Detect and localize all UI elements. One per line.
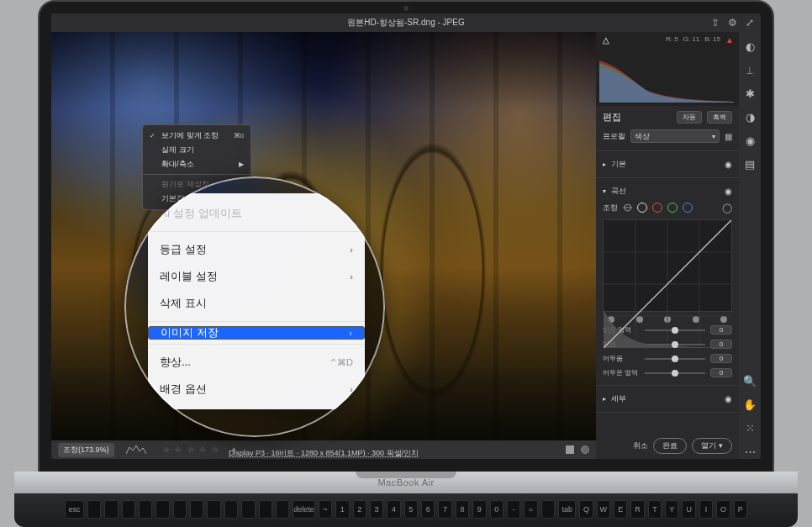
- menu-item: AI 설정 업데이트›: [148, 200, 365, 227]
- edit-tool-icon[interactable]: ◐: [742, 39, 757, 54]
- menu-actual-size[interactable]: 실제 크기: [143, 143, 250, 157]
- key: 5: [404, 500, 418, 519]
- key: T: [648, 500, 662, 519]
- chevron-right-icon: ›: [349, 328, 352, 338]
- key: [207, 500, 220, 519]
- menu-item[interactable]: 향상...⌃⌘D: [148, 349, 365, 376]
- magnifier-callout: AI 설정 업데이트›등급 설정›레이블 설정›삭제 표시이미지 저장›향상..…: [124, 177, 385, 437]
- menu-label: 배경 옵션: [160, 382, 207, 397]
- heal-tool-icon[interactable]: ✱: [742, 86, 757, 101]
- channel-red[interactable]: [652, 203, 662, 213]
- histo-b: B: 15: [704, 35, 720, 43]
- point-curve-icon[interactable]: ◯: [722, 203, 732, 213]
- grid-icon[interactable]: ▦: [725, 132, 732, 141]
- histogram-graph: [599, 56, 734, 103]
- menu-separator: [148, 231, 365, 232]
- context-menu-large[interactable]: AI 설정 업데이트›등급 설정›레이블 설정›삭제 표시이미지 저장›향상..…: [148, 193, 365, 409]
- menu-label: 레이블 설정: [160, 269, 218, 284]
- rating-stars[interactable]: ☆ ☆ ☆ ☆ ☆: [163, 445, 220, 454]
- menu-item[interactable]: 삭제 표시: [148, 290, 365, 317]
- menu-separator: [148, 321, 365, 322]
- profile-select[interactable]: 색상 ▾: [630, 129, 720, 143]
- curve-toggle[interactable]: ▾ 곡선 ◉: [603, 183, 732, 199]
- key: 2: [353, 500, 366, 519]
- gear-icon[interactable]: ⚙: [728, 17, 737, 29]
- slider-row: 어두움 0: [603, 351, 732, 366]
- slider-track[interactable]: [645, 329, 705, 331]
- eye-icon[interactable]: ◉: [725, 187, 732, 196]
- zoom-tool-icon[interactable]: 🔍: [742, 373, 757, 388]
- auto-button[interactable]: 자동: [677, 111, 702, 124]
- open-button[interactable]: 열기 ▾: [692, 438, 732, 454]
- slider-thumb[interactable]: [672, 356, 678, 362]
- menu-label: 등급 설정: [160, 242, 207, 257]
- channel-luma-icon[interactable]: ⦵: [623, 202, 632, 213]
- menu-item[interactable]: 레이블 설정›: [148, 263, 365, 290]
- key: 7: [438, 500, 451, 519]
- detail-section: ▸ 세부 ◉: [596, 386, 739, 413]
- hand-tool-icon[interactable]: ✋: [742, 397, 757, 412]
- clip-shadow-icon[interactable]: △: [603, 35, 609, 45]
- slider-value[interactable]: 0: [710, 354, 732, 363]
- eye-icon[interactable]: ◉: [725, 394, 732, 403]
- key: Y: [665, 500, 678, 519]
- menu-item[interactable]: 이미지 저장›: [148, 326, 365, 340]
- bw-button[interactable]: 흑백: [707, 111, 732, 124]
- key: 8: [456, 500, 469, 519]
- channel-blue[interactable]: [683, 203, 693, 213]
- laptop-base: MacBook Air: [14, 472, 798, 493]
- channel-all[interactable]: [637, 203, 647, 213]
- slider-track[interactable]: [645, 372, 705, 374]
- key: [156, 500, 169, 519]
- menu-label: 확대/축소: [161, 159, 194, 170]
- basic-toggle[interactable]: ▸ 기본 ◉: [603, 156, 732, 172]
- channel-selector: ⦵: [623, 202, 693, 213]
- slider-thumb[interactable]: [672, 327, 678, 334]
- key: [104, 500, 118, 519]
- view-mode-compare-icon[interactable]: [581, 445, 589, 454]
- curve-editor[interactable]: [603, 219, 732, 312]
- key: 1: [335, 500, 349, 519]
- chevron-right-icon: ›: [350, 245, 353, 255]
- slider-value[interactable]: 0: [710, 368, 732, 377]
- menu-item[interactable]: 배경 옵션›: [148, 376, 365, 403]
- tool-strip: ◐ ⟂ ✱ ◑ ◉ ▤ 🔍 ✋ ⁙ ⋯: [739, 32, 761, 459]
- key: tab: [558, 500, 576, 519]
- detail-toggle[interactable]: ▸ 세부 ◉: [603, 391, 732, 407]
- clip-highlight-icon[interactable]: ▲: [725, 35, 734, 45]
- eye-icon[interactable]: ◉: [725, 160, 732, 169]
- menu-shortcut: ⌘0: [234, 132, 244, 140]
- done-button[interactable]: 완료: [653, 438, 687, 454]
- menu-label: 이미지 저장: [161, 325, 219, 340]
- slider-track[interactable]: [645, 358, 705, 360]
- image-info-line[interactable]: Display P3 · 16비트 · 1280 x 854(1.1MP) · …: [229, 448, 419, 459]
- key: esc: [65, 500, 84, 519]
- menu-item[interactable]: 등급 설정›: [148, 236, 365, 263]
- preset-tool-icon[interactable]: ▤: [742, 156, 757, 171]
- redeye-tool-icon[interactable]: ◉: [742, 133, 757, 148]
- menu-label: AI 설정 업데이트: [160, 206, 242, 221]
- channel-green[interactable]: [667, 203, 678, 213]
- zoom-indicator[interactable]: 조정(173.9%): [58, 443, 114, 457]
- slider-thumb[interactable]: [672, 370, 678, 377]
- edit-panel: △ ▲ R: 5 G: 11 B: 15: [596, 32, 739, 459]
- cancel-button[interactable]: 취소: [633, 440, 648, 451]
- mask-tool-icon[interactable]: ◑: [742, 109, 757, 124]
- curve-section: ▾ 곡선 ◉ 조정 ⦵: [596, 178, 739, 386]
- eyedrop-tool-icon[interactable]: ⁙: [742, 420, 757, 435]
- menu-label: 삭제 표시: [160, 296, 207, 311]
- mini-histogram-icon: [126, 444, 146, 456]
- adjust-label: 조정: [603, 203, 618, 213]
- more-tool-icon[interactable]: ⋯: [742, 444, 757, 459]
- menu-zoom[interactable]: 확대/축소 ▶: [143, 157, 250, 171]
- histogram[interactable]: △ ▲ R: 5 G: 11 B: 15: [596, 32, 739, 106]
- key: O: [716, 500, 730, 519]
- slider-track[interactable]: [645, 344, 705, 345]
- crop-tool-icon[interactable]: ⟂: [742, 62, 757, 77]
- slider-thumb[interactable]: [672, 341, 678, 348]
- view-mode-single-icon[interactable]: [566, 445, 574, 454]
- key: [173, 500, 187, 519]
- menu-fit-to-view[interactable]: ✓ 보기에 맞게 조정 ⌘0: [143, 129, 250, 143]
- share-icon[interactable]: ⇪: [711, 17, 720, 29]
- expand-icon[interactable]: ⤢: [746, 17, 754, 29]
